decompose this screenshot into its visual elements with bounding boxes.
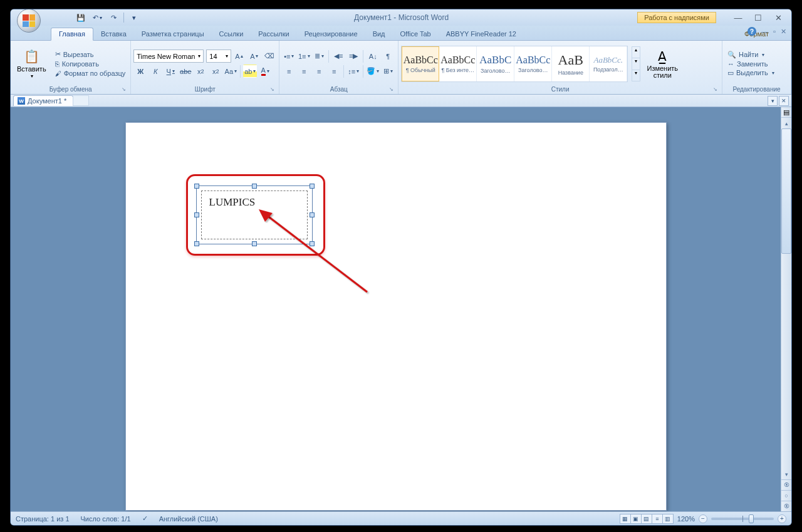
clear-format-button[interactable]: ⌫ <box>263 50 276 63</box>
dialog-launcher-icon[interactable]: ↘ <box>269 86 275 93</box>
maximize-button[interactable]: ☐ <box>753 13 764 23</box>
styles-gallery[interactable]: AaBbCc¶ Обычный AaBbCc¶ Без инте… AaBbCЗ… <box>401 46 628 82</box>
scroll-down-icon[interactable]: ▾ <box>781 469 791 479</box>
ribbon-minimize-icon[interactable]: — <box>761 28 768 35</box>
prev-page-icon[interactable]: ⦿ <box>781 479 791 490</box>
align-right-button[interactable]: ≡ <box>312 65 326 78</box>
grow-font-button[interactable]: A▲ <box>232 50 246 63</box>
resize-handle[interactable] <box>194 184 199 189</box>
qat-customize-icon[interactable]: ▾ <box>128 11 140 24</box>
dialog-launcher-icon[interactable]: ↘ <box>388 86 394 93</box>
strike-button[interactable]: abe <box>179 65 192 78</box>
underline-button[interactable]: Ч <box>164 65 177 78</box>
paste-button[interactable]: Вставить <box>13 47 50 80</box>
borders-button[interactable]: ⊞ <box>381 65 395 78</box>
numbering-button[interactable]: 1≡ <box>297 50 311 63</box>
tab-home[interactable]: Главная <box>51 28 93 41</box>
resize-handle[interactable] <box>194 241 199 246</box>
status-page[interactable]: Страница: 1 из 1 <box>16 515 70 523</box>
zoom-slider-knob[interactable] <box>749 514 754 523</box>
resize-handle[interactable] <box>310 241 315 246</box>
dialog-launcher-icon[interactable]: ↘ <box>120 86 127 93</box>
status-proofing-icon[interactable]: ✓ <box>142 514 148 523</box>
dialog-launcher-icon[interactable]: ↘ <box>712 86 718 93</box>
view-print-layout[interactable]: ▦ <box>620 514 631 524</box>
resize-handle[interactable] <box>194 212 199 217</box>
gallery-scroll[interactable]: ▴ ▾ ▾ <box>632 46 640 81</box>
change-styles-button[interactable]: A̲ Изменить стили <box>644 47 680 80</box>
style-normal[interactable]: AaBbCc¶ Обычный <box>402 46 439 81</box>
undo-icon[interactable]: ↶ <box>91 11 103 24</box>
italic-button[interactable]: К <box>148 65 162 78</box>
tab-office-tab[interactable]: Office Tab <box>393 28 439 40</box>
multilevel-button[interactable]: ≣ <box>312 50 326 63</box>
find-button[interactable]: Найти <box>725 50 777 60</box>
highlight-button[interactable]: ab <box>243 65 257 78</box>
tab-view[interactable]: Вид <box>365 28 393 40</box>
document-tab[interactable]: W Документ1 * <box>13 95 73 106</box>
bullets-button[interactable]: •≡ <box>282 50 296 63</box>
replace-button[interactable]: Заменить <box>725 60 777 68</box>
bold-button[interactable]: Ж <box>133 65 147 78</box>
style-heading2[interactable]: AaBbCcЗаголово… <box>514 46 552 81</box>
close-button[interactable]: ✕ <box>773 13 784 23</box>
style-subtitle[interactable]: AaBbCc.Подзагол… <box>590 46 627 81</box>
view-outline[interactable]: ≡ <box>652 514 663 524</box>
format-painter-button[interactable]: Формат по образцу <box>53 69 128 78</box>
view-draft[interactable]: ▥ <box>662 514 674 524</box>
status-words[interactable]: Число слов: 1/1 <box>81 515 131 523</box>
tab-insert[interactable]: Вставка <box>93 28 134 40</box>
line-spacing-button[interactable]: ↕≡ <box>346 65 360 78</box>
resize-handle[interactable] <box>252 241 257 246</box>
select-button[interactable]: Выделить <box>725 68 777 78</box>
indent-dec-button[interactable]: ◀≡ <box>331 50 345 63</box>
doctab-scroll-icon[interactable]: ▾ <box>768 96 778 106</box>
font-name-combo[interactable]: Times New Roman▾ <box>133 50 204 63</box>
shading-button[interactable]: 🪣 <box>366 65 380 78</box>
view-full-reading[interactable]: ▣ <box>630 514 642 524</box>
minimize-button[interactable]: — <box>732 13 744 23</box>
tab-review[interactable]: Рецензирование <box>297 28 365 40</box>
scroll-thumb[interactable] <box>781 128 791 254</box>
align-left-button[interactable]: ≡ <box>282 65 296 78</box>
superscript-button[interactable]: x2 <box>209 65 222 78</box>
text-box-shape[interactable]: LUMPICS <box>196 185 313 244</box>
doctab-close-icon[interactable]: ✕ <box>779 96 789 106</box>
show-marks-button[interactable]: ¶ <box>381 50 395 63</box>
sort-button[interactable]: A↓ <box>366 50 380 63</box>
align-justify-button[interactable]: ≡ <box>327 65 341 78</box>
zoom-in-button[interactable]: + <box>778 514 786 523</box>
font-size-combo[interactable]: 14▾ <box>206 50 231 63</box>
shrink-font-button[interactable]: A▼ <box>247 50 261 63</box>
redo-icon[interactable]: ↷ <box>107 11 120 24</box>
status-language[interactable]: Английский (США) <box>159 515 218 523</box>
doc-close-icon[interactable]: ✕ <box>781 28 786 36</box>
browse-object-icon[interactable]: ○ <box>781 490 791 501</box>
document-page[interactable]: LUMPICS <box>125 122 667 511</box>
help-icon[interactable]: ? <box>747 27 756 36</box>
style-no-spacing[interactable]: AaBbCc¶ Без инте… <box>439 46 477 81</box>
subscript-button[interactable]: x2 <box>194 65 207 78</box>
cut-button[interactable]: Вырезать <box>53 50 128 59</box>
zoom-slider[interactable] <box>711 518 774 520</box>
tab-abbyy[interactable]: ABBYY FineReader 12 <box>439 28 524 40</box>
view-web[interactable]: ▤ <box>641 514 652 524</box>
zoom-percent[interactable]: 120% <box>677 515 695 523</box>
align-center-button[interactable]: ≡ <box>297 65 311 78</box>
tab-layout[interactable]: Разметка страницы <box>134 28 212 40</box>
next-page-icon[interactable]: ⦿ <box>781 501 791 511</box>
ribbon-restore-icon[interactable]: ▫ <box>773 28 776 35</box>
resize-handle[interactable] <box>252 184 257 189</box>
copy-button[interactable]: Копировать <box>53 60 128 68</box>
style-title[interactable]: AaBНазвание <box>552 46 590 81</box>
document-workspace[interactable]: LUMPICS <box>11 107 781 511</box>
save-icon[interactable]: 💾 <box>75 11 87 24</box>
change-case-button[interactable]: Aa <box>224 65 237 78</box>
scroll-up-icon[interactable]: ▴ <box>781 118 791 128</box>
resize-handle[interactable] <box>310 184 315 189</box>
vertical-scrollbar[interactable]: ▤ ▴ ▾ ⦿ ○ ⦿ <box>781 107 791 511</box>
style-heading1[interactable]: AaBbCЗаголово… <box>477 46 514 81</box>
font-color-button[interactable]: A <box>258 65 272 78</box>
indent-inc-button[interactable]: ≡▶ <box>346 50 360 63</box>
zoom-out-button[interactable]: − <box>699 514 707 523</box>
